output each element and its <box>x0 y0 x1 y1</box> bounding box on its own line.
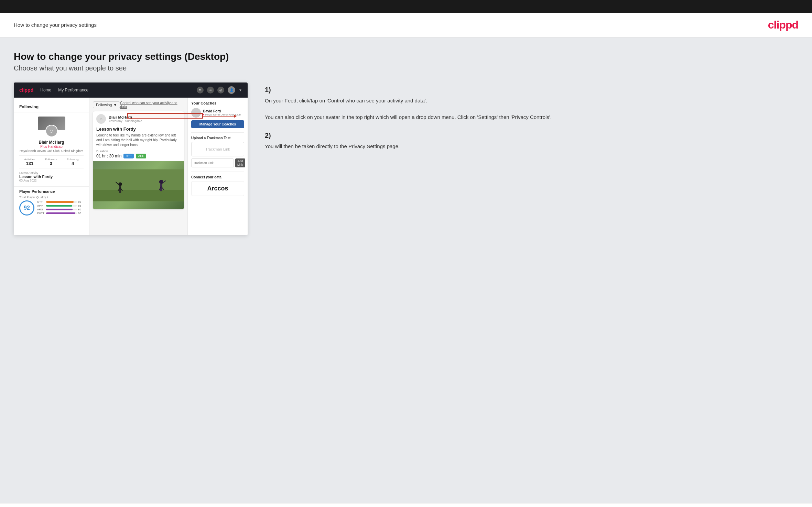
user-avatar: ☺ <box>45 125 58 137</box>
step1-number: 1) <box>265 86 798 94</box>
coaches-title: Your Coaches <box>191 101 244 105</box>
app-right-panel: Your Coaches David Ford ● Royal North De… <box>187 98 248 235</box>
stat-followers-value: 3 <box>45 161 57 166</box>
nav-home[interactable]: Home <box>40 88 51 92</box>
user-name: Blair McHarg <box>19 140 84 145</box>
stat-activities: Activities 131 <box>24 158 35 166</box>
trackman-placeholder: Trackman Link <box>191 142 244 156</box>
post-meta: Yesterday · Sunningdale <box>109 119 142 123</box>
trackman-section-title: Upload a Trackman Test <box>191 136 244 140</box>
stat-followers: Followers 3 <box>45 158 57 166</box>
article-title: How to change your privacy settings (Des… <box>14 51 798 62</box>
site-header: How to change your privacy settings clip… <box>0 13 812 37</box>
post-user-name: Blair McHarg <box>109 115 142 119</box>
coach-club: ● Royal North Devon Golf Club <box>203 113 241 116</box>
svg-point-2 <box>118 182 122 186</box>
app-sidebar: Following ☺ Blair McHarg Plus Handicap R… <box>14 98 89 235</box>
app-logo: clippd <box>19 87 33 93</box>
coaches-section: Your Coaches David Ford ● Royal North De… <box>191 101 244 128</box>
stat-following: Following 4 <box>67 158 79 166</box>
screenshot-mockup: clippd Home My Performance ⚮ ☺ ◎ 👤 ▼ Fol… <box>14 82 248 235</box>
user-club: Royal North Devon Golf Club, United King… <box>19 149 84 153</box>
control-privacy-link[interactable]: Control who can see your activity and da… <box>120 101 184 109</box>
golf-scene-svg <box>93 161 184 209</box>
nav-icons: ⚮ ☺ ◎ 👤 ▼ <box>197 86 242 94</box>
latest-activity-label: Latest Activity <box>19 171 84 175</box>
user-avatar-area: ☺ <box>38 117 65 137</box>
circle-score: 92 <box>19 200 34 216</box>
nav-my-performance[interactable]: My Performance <box>58 88 88 92</box>
tag-app: APP <box>136 154 146 158</box>
arccos-logo: Arccos <box>191 181 244 196</box>
coach-item: David Ford ● Royal North Devon Golf Club <box>191 108 244 118</box>
page-title: How to change your privacy settings <box>14 22 97 28</box>
post-card: ☺ Blair McHarg Yesterday · Sunningdale L… <box>93 111 184 209</box>
article-subtitle: Choose what you want people to see <box>14 64 798 72</box>
coach-info: David Ford ● Royal North Devon Golf Club <box>203 109 241 116</box>
following-button[interactable]: Following ▼ <box>93 101 120 108</box>
trackman-link-input[interactable] <box>191 158 234 167</box>
svg-rect-1 <box>93 190 184 201</box>
step2-text: You will then be taken directly to the P… <box>265 142 798 151</box>
connect-section-title: Connect your data <box>191 175 244 179</box>
post-body: Lesson with Fordy Looking to feel like m… <box>93 126 184 161</box>
tpq-info-icon: ℹ <box>47 196 48 199</box>
site-footer: Copyright Clippd 2022 <box>0 503 812 507</box>
add-link-button[interactable]: Add Link <box>235 158 245 167</box>
bar-app: APP 85 <box>37 204 84 207</box>
feed-header: Following ▼ Control who can see your act… <box>93 101 184 109</box>
post-image <box>93 161 184 209</box>
post-time-tags: 01 hr : 30 min OTT APP <box>96 154 181 158</box>
user-handicap: Plus Handicap <box>19 145 84 148</box>
perf-title: Player Performance <box>19 189 84 194</box>
tpq-label: Total Player Quality ℹ <box>19 196 84 199</box>
globe-icon[interactable]: ◎ <box>217 87 224 93</box>
two-col-layout: clippd Home My Performance ⚮ ☺ ◎ 👤 ▼ Fol… <box>14 82 798 235</box>
app-navbar: clippd Home My Performance ⚮ ☺ ◎ 👤 ▼ <box>14 82 248 98</box>
user-stats: Activities 131 Followers 3 Following 4 <box>19 155 84 168</box>
post-avatar: ☺ <box>96 114 106 124</box>
article-heading: How to change your privacy settings (Des… <box>14 51 798 72</box>
trackman-section: Upload a Trackman Test Trackman Link Add… <box>191 132 244 167</box>
avatar-dropdown-arrow[interactable]: ▼ <box>239 88 242 92</box>
svg-rect-3 <box>119 186 121 193</box>
post-header: ☺ Blair McHarg Yesterday · Sunningdale <box>93 111 184 126</box>
post-duration-label: Duration <box>96 150 181 153</box>
post-time: 01 hr : 30 min <box>96 154 121 158</box>
perf-body: 92 OTT 90 APP 85 <box>19 200 84 216</box>
coach-avatar <box>191 108 201 118</box>
coach-name: David Ford <box>203 109 241 113</box>
person-icon[interactable]: ☺ <box>207 87 214 93</box>
stat-followers-label: Followers <box>45 158 57 161</box>
instructions-column: 1) On your Feed, click/tap on 'Control w… <box>258 82 798 161</box>
latest-activity-name: Lesson with Fordy <box>19 175 84 179</box>
post-user-info: Blair McHarg Yesterday · Sunningdale <box>109 115 142 123</box>
step2-number: 2) <box>265 132 798 140</box>
top-bar <box>0 0 812 13</box>
stat-activities-label: Activities <box>24 158 35 161</box>
user-avatar-nav[interactable]: 👤 <box>228 86 235 94</box>
location-icon: ● <box>203 113 205 116</box>
step1-text: On your Feed, click/tap on 'Control who … <box>265 97 798 121</box>
app-body: Following ☺ Blair McHarg Plus Handicap R… <box>14 98 248 235</box>
user-card: ☺ Blair McHarg Plus Handicap Royal North… <box>14 112 89 186</box>
connect-section: Connect your data Arccos <box>191 172 244 196</box>
player-performance: Player Performance Total Player Quality … <box>14 186 89 218</box>
stat-following-value: 4 <box>67 161 79 166</box>
latest-activity: Latest Activity Lesson with Fordy 03 Aug… <box>19 171 84 182</box>
stat-activities-value: 131 <box>24 161 35 166</box>
post-title: Lesson with Fordy <box>96 126 181 132</box>
stat-following-label: Following <box>67 158 79 161</box>
post-desc: Looking to feel like my hands are exitin… <box>96 133 181 147</box>
tag-ott: OTT <box>123 154 134 158</box>
clippd-logo: clippd <box>768 19 798 31</box>
bar-putt: PUTT 96 <box>37 212 84 215</box>
manage-coaches-button[interactable]: Manage Your Coaches <box>191 120 244 128</box>
bar-ott: OTT 90 <box>37 200 84 203</box>
instruction-step2: 2) You will then be taken directly to th… <box>265 132 798 151</box>
feed-main: Following ▼ Control who can see your act… <box>89 98 187 235</box>
search-icon[interactable]: ⚮ <box>197 87 204 93</box>
main-content: How to change your privacy settings (Des… <box>0 37 812 503</box>
feed-tab[interactable]: Following <box>14 102 89 112</box>
instruction-step1: 1) On your Feed, click/tap on 'Control w… <box>265 86 798 121</box>
